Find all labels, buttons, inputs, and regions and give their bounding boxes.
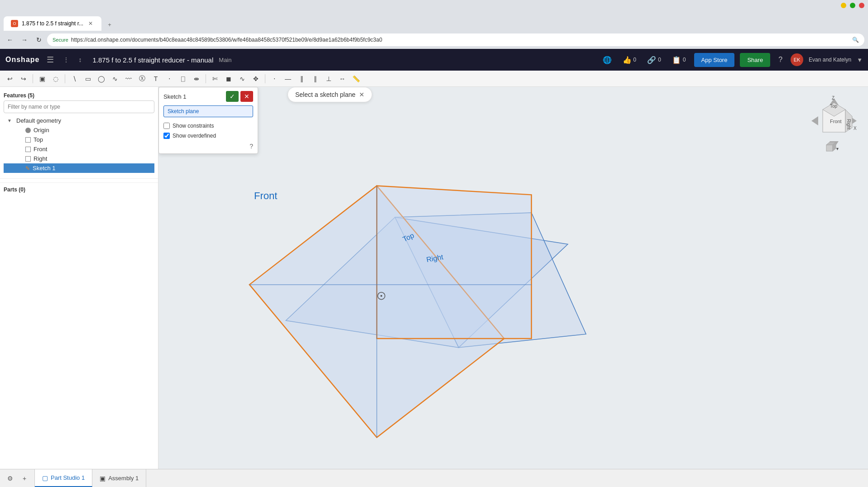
mirror-tool[interactable]: ◼	[222, 72, 235, 85]
undo-button[interactable]: ↩	[4, 72, 16, 85]
svg-text:Top: Top	[830, 104, 838, 109]
offset-tool[interactable]: ⇼	[190, 72, 203, 85]
onshape-logo: Onshape	[5, 56, 39, 64]
help-button[interactable]: ?	[776, 53, 785, 67]
rectangle-tool[interactable]: ▭	[82, 72, 94, 85]
constraint-coincident[interactable]: ⋅	[268, 72, 281, 85]
maximize-button[interactable]	[850, 3, 855, 8]
browser-tab-active[interactable]: O 1.875 f to 2.5 f straight r... ✕	[4, 16, 101, 31]
share-button[interactable]: Share	[740, 53, 770, 67]
bottom-add-button[interactable]: +	[18, 472, 31, 485]
back-button[interactable]: ←	[4, 33, 16, 46]
history-button[interactable]: ◌	[49, 72, 62, 85]
constraint-perpendicular[interactable]: ⊥	[322, 72, 335, 85]
default-geometry-group[interactable]: ▼ Default geometry	[4, 116, 154, 125]
part-studio-label: Part Studio 1	[51, 474, 85, 481]
constraint-horizontal[interactable]: ―	[282, 72, 294, 85]
navigation-cube[interactable]: Front Top Right Z X ▼	[809, 96, 859, 155]
sketch-plane-field[interactable]: Sketch plane	[163, 105, 253, 117]
sketch-confirm-button[interactable]: ✓	[226, 91, 239, 102]
new-tab-button[interactable]: +	[103, 18, 116, 31]
copies-count: 0	[683, 57, 686, 63]
window-controls	[841, 3, 864, 8]
likes-count: 0	[633, 57, 637, 63]
point-tool[interactable]: ⋅	[163, 72, 176, 85]
tab-close-button[interactable]: ✕	[87, 20, 94, 27]
forward-button[interactable]: →	[18, 33, 31, 46]
help-icon[interactable]: ?	[249, 143, 253, 150]
user-avatar[interactable]: EK	[791, 53, 803, 66]
tree-item-right[interactable]: Right	[4, 154, 154, 163]
transform-tool[interactable]: ✥	[249, 72, 262, 85]
tree-item-sketch1[interactable]: ✎ Sketch 1	[4, 163, 154, 173]
links-button[interactable]: 🔗 0	[644, 53, 664, 67]
likes-button[interactable]: 👍 0	[620, 53, 639, 67]
constraint-vertical[interactable]: ‖	[295, 72, 308, 85]
show-constraints-label: Show constraints	[173, 123, 214, 129]
polygon-tool[interactable]: Ⓧ	[136, 72, 149, 85]
bottom-settings-button[interactable]: ⚙	[4, 472, 16, 485]
slot-tool[interactable]: ⎕	[177, 72, 189, 85]
svg-marker-4	[377, 186, 532, 339]
tree-item-top[interactable]: Top	[4, 135, 154, 144]
filter-button[interactable]: ⋮	[61, 54, 71, 65]
copies-button[interactable]: 📋 0	[669, 53, 689, 67]
copy-icon: 📋	[672, 56, 681, 64]
app-store-button[interactable]: App Store	[694, 53, 735, 67]
assembly-icon: ▣	[100, 475, 106, 482]
viewport-canvas[interactable]: Front Top Right	[158, 87, 868, 469]
sketch-panel-title: Sketch 1	[163, 93, 187, 100]
text-tool[interactable]: T	[149, 72, 162, 85]
tab-part-studio[interactable]: ▢ Part Studio 1	[35, 469, 92, 487]
redo-button[interactable]: ↪	[17, 72, 30, 85]
bottom-bar-controls: ⚙ +	[0, 469, 35, 487]
url-text: https://cad.onshape.com/documents/b40c8e…	[71, 37, 382, 43]
sketch1-label: Sketch 1	[33, 165, 56, 172]
svg-text:Right: Right	[846, 119, 851, 130]
trim-tool[interactable]: ✄	[209, 72, 221, 85]
part-studio-icon: ▢	[42, 474, 48, 482]
toolbar-separator-2	[65, 74, 65, 83]
right-label: Right	[34, 155, 47, 162]
circle-tool[interactable]: ◯	[95, 72, 108, 85]
svg-text:X: X	[854, 126, 857, 131]
globe-icon[interactable]: 🌐	[600, 53, 614, 67]
tooltip-close-button[interactable]: ✕	[359, 91, 364, 98]
user-menu-chevron[interactable]: ▼	[857, 57, 863, 63]
measure-tool[interactable]: 📏	[350, 72, 362, 85]
copy-button[interactable]: ▣	[36, 72, 48, 85]
sketch-panel-buttons: ✓ ✕	[226, 91, 253, 102]
arc-tool[interactable]: ∿	[109, 72, 121, 85]
address-bar[interactable]: Secure https://cad.onshape.com/documents…	[47, 33, 864, 46]
main-area: Features (5) ▼ Default geometry Origin T…	[0, 87, 868, 469]
feature-filter-input[interactable]	[4, 100, 154, 113]
menu-button[interactable]: ☰	[45, 53, 56, 67]
show-constraints-checkbox[interactable]	[163, 123, 170, 129]
minimize-button[interactable]	[841, 3, 846, 8]
close-button[interactable]	[859, 3, 864, 8]
sort-button[interactable]: ↕	[77, 54, 83, 65]
tab-assembly[interactable]: ▣ Assembly 1	[92, 469, 146, 487]
line-tool[interactable]: ∖	[68, 72, 81, 85]
show-overdefined-checkbox[interactable]	[163, 133, 170, 139]
toolbar: ↩ ↪ ▣ ◌ ∖ ▭ ◯ ∿ 〰 Ⓧ T ⋅ ⎕ ⇼ ✄ ◼ ∿ ✥ ⋅ ― …	[0, 71, 868, 87]
constraint-parallel[interactable]: ∥	[309, 72, 321, 85]
tab-bar: O 1.875 f to 2.5 f straight r... ✕ +	[0, 14, 868, 31]
pattern-tool[interactable]: ∿	[236, 72, 249, 85]
viewport[interactable]: Sketch 1 ✓ ✕ Sketch plane Show constrain…	[158, 87, 868, 469]
tree-item-origin[interactable]: Origin	[4, 125, 154, 135]
show-overdefined-label: Show overdefined	[173, 133, 216, 139]
svg-text:Front: Front	[830, 119, 842, 124]
sketch-cancel-button[interactable]: ✕	[240, 91, 253, 102]
dimension-tool[interactable]: ↔	[336, 72, 349, 85]
help-icon: ?	[778, 56, 782, 64]
address-bar-row: ← → ↻ Secure https://cad.onshape.com/doc…	[0, 31, 868, 49]
tree-item-front[interactable]: Front	[4, 144, 154, 154]
parts-header: Parts (0)	[0, 182, 158, 196]
refresh-button[interactable]: ↻	[33, 33, 45, 46]
branch-label: Main	[219, 57, 231, 63]
secure-badge: Secure	[53, 37, 68, 43]
link-icon: 🔗	[647, 56, 656, 64]
geometry-tree: Origin Top Front Right	[4, 125, 154, 173]
spline-tool[interactable]: 〰	[122, 72, 135, 85]
